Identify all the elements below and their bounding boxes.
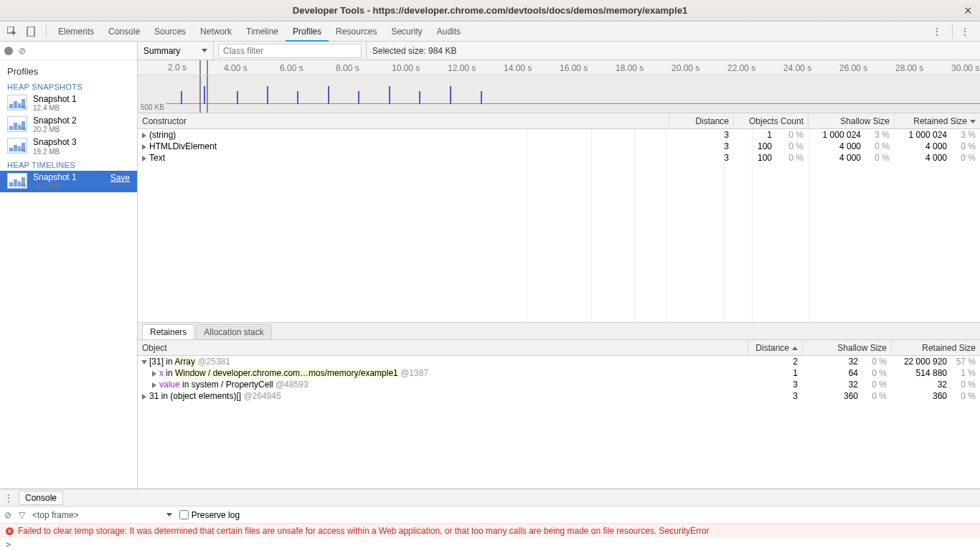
chevron-down-icon — [202, 49, 207, 52]
retainer-row[interactable]: 31 in (object elements)[] @26494533600 %… — [138, 390, 980, 402]
constructor-row[interactable]: HTMLDivElement31000 %4 0000 %4 0000 % — [138, 141, 980, 152]
chevron-down-icon — [166, 513, 172, 517]
col-constructor[interactable]: Constructor — [138, 113, 669, 129]
window-title: Developer Tools - https://developer.chro… — [293, 5, 687, 16]
overview-baseline — [166, 103, 980, 104]
ruler-tick: 28.00 s — [895, 63, 923, 73]
sidebar-item[interactable]: Snapshot 136.5 MBSave — [0, 171, 137, 192]
allocation-timeline[interactable]: 2.0 s 4.00 s6.00 s8.00 s10.00 s12.00 s14… — [138, 60, 980, 113]
view-mode-label: Summary — [143, 46, 180, 56]
col-retained-size[interactable]: Retained Size — [891, 340, 980, 356]
tab-retainers[interactable]: Retainers — [142, 324, 194, 339]
constructors-grid: Constructor Distance Objects Count Shall… — [138, 113, 980, 323]
allocation-bar — [204, 86, 205, 104]
sort-down-icon — [970, 120, 976, 123]
preserve-log-checkbox[interactable]: Preserve log — [179, 510, 240, 520]
retainers-grid: Object Distance Shallow Size Retained Si… — [138, 340, 980, 489]
ruler-tick: 18.00 s — [616, 63, 644, 73]
allocation-bar — [481, 91, 482, 104]
tab-profiles[interactable]: Profiles — [286, 22, 329, 42]
allocation-bar — [328, 86, 329, 104]
col-shallow-size[interactable]: Shallow Size — [802, 340, 891, 356]
allocation-bar — [358, 91, 359, 104]
allocation-bar — [389, 86, 390, 104]
snapshot-icon — [7, 95, 27, 110]
svg-rect-1 — [27, 27, 34, 37]
ruler-tick: 20.00 s — [672, 63, 699, 73]
col-retained-size[interactable]: Retained Size — [894, 113, 980, 129]
tab-resources[interactable]: Resources — [329, 22, 384, 42]
class-filter-input[interactable] — [218, 44, 362, 58]
clear-console-icon[interactable]: ⊘ — [4, 510, 11, 520]
tab-timeline[interactable]: Timeline — [239, 22, 286, 42]
console-tab[interactable]: Console — [19, 491, 63, 505]
col-object[interactable]: Object — [138, 340, 748, 356]
sidebar-group: HEAP TIMELINES — [0, 158, 137, 171]
record-icon[interactable] — [4, 47, 13, 55]
ruler-tick: 14.00 s — [504, 63, 532, 73]
col-objects-count[interactable]: Objects Count — [733, 113, 808, 129]
ruler-tick: 2.0 s — [168, 62, 187, 72]
save-link[interactable]: Save — [110, 173, 130, 183]
tab-security[interactable]: Security — [384, 22, 429, 42]
constructor-row[interactable]: Text31000 %4 0000 %4 0000 % — [138, 152, 980, 164]
drawer-toggle-icon[interactable]: ⋮ — [929, 24, 945, 39]
tab-console[interactable]: Console — [101, 22, 147, 42]
clear-icon[interactable]: ⊘ — [19, 46, 26, 56]
console-error: ✕ Failed to clear temp storage: It was d… — [0, 524, 980, 538]
ruler-tick: 24.00 s — [783, 63, 811, 73]
snapshot-icon — [7, 116, 27, 132]
overview-ylabel: 500 KB — [141, 103, 164, 111]
sidebar-item[interactable]: Snapshot 220.2 MB — [0, 114, 137, 136]
constructor-row[interactable]: (string)310 %1 000 0243 %1 000 0243 % — [138, 129, 980, 141]
more-menu-icon[interactable]: ⋮ — [957, 24, 973, 39]
tab-allocation-stack[interactable]: Allocation stack — [196, 324, 271, 339]
drawer-menu-icon[interactable]: ⋮ — [4, 493, 13, 503]
inspect-icon[interactable] — [4, 24, 20, 39]
sidebar-item[interactable]: Snapshot 319.2 MB — [0, 136, 137, 157]
ruler-tick: 26.00 s — [839, 63, 867, 73]
col-distance[interactable]: Distance — [669, 113, 733, 129]
tab-audits[interactable]: Audits — [430, 22, 468, 42]
tab-network[interactable]: Network — [193, 22, 239, 42]
tab-sources[interactable]: Sources — [147, 22, 193, 42]
sidebar-item[interactable]: Snapshot 112.4 MB — [0, 93, 137, 114]
retainer-row[interactable]: [31] in Array @253812320 %22 000 92057 % — [138, 356, 980, 367]
col-distance[interactable]: Distance — [748, 340, 802, 356]
separator — [46, 25, 47, 38]
ruler-tick: 6.00 s — [280, 63, 303, 73]
constructors-header: Constructor Distance Objects Count Shall… — [138, 113, 980, 129]
snapshot-icon — [7, 173, 27, 189]
selection-handle[interactable] — [207, 75, 208, 113]
allocation-bar — [450, 86, 451, 104]
col-shallow-size[interactable]: Shallow Size — [808, 113, 894, 129]
selected-size-label: Selected size: 984 KB — [366, 42, 456, 60]
ruler-tick: 12.00 s — [448, 63, 476, 73]
allocation-bar — [237, 91, 238, 104]
filter-icon[interactable]: ▽ — [19, 510, 25, 520]
sidebar-title: Profiles — [0, 60, 137, 80]
ruler-tick: 22.00 s — [727, 63, 755, 73]
view-mode-dropdown[interactable]: Summary — [138, 42, 214, 60]
panel-tabs: ElementsConsoleSourcesNetworkTimelinePro… — [51, 22, 468, 42]
ruler-tick: 8.00 s — [336, 63, 359, 73]
ruler-tick: 10.00 s — [392, 63, 420, 73]
retainer-row[interactable]: value in system / PropertyCell @48593332… — [138, 379, 980, 390]
retainers-tabs: Retainers Allocation stack — [138, 323, 980, 340]
allocation-bar — [267, 86, 268, 104]
error-icon: ✕ — [6, 527, 14, 535]
context-selector[interactable]: <top frame> — [32, 510, 172, 520]
tab-elements[interactable]: Elements — [51, 22, 101, 42]
allocation-bar — [181, 91, 182, 104]
filter-bar: Summary Selected size: 984 KB — [138, 42, 980, 60]
console-prompt[interactable]: > — [0, 538, 980, 551]
device-mode-icon[interactable] — [23, 24, 39, 39]
ruler-tick: 16.00 s — [560, 63, 588, 73]
window-titlebar: Developer Tools - https://developer.chro… — [0, 0, 980, 22]
selection-handle[interactable] — [199, 75, 201, 113]
close-icon[interactable]: ✕ — [963, 4, 973, 17]
retainer-row[interactable]: x in Window / developer.chrome.com…mos/m… — [138, 367, 980, 379]
separator — [952, 25, 953, 38]
allocation-bar — [419, 91, 420, 104]
profiles-sidebar: ⊘ Profiles HEAP SNAPSHOTSSnapshot 112.4 … — [0, 42, 138, 489]
